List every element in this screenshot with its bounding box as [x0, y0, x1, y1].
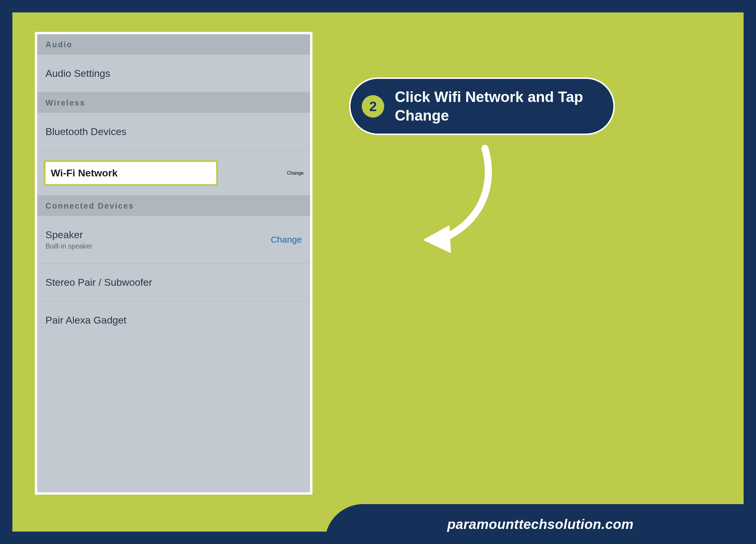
- row-title: Speaker: [45, 229, 92, 240]
- step-badge: 2: [362, 95, 384, 118]
- row-bluetooth-devices[interactable]: Bluetooth Devices: [37, 113, 310, 151]
- settings-panel: Audio Audio Settings Wireless Bluetooth …: [35, 32, 312, 495]
- wifi-network-highlight: Wi-Fi Network: [44, 160, 218, 186]
- arrow-icon: [405, 142, 511, 260]
- row-speaker[interactable]: Speaker Built-in speaker Change: [37, 216, 310, 263]
- instruction-callout: 2 Click Wifi Network and Tap Change: [349, 77, 615, 135]
- row-title: Audio Settings: [45, 68, 110, 79]
- section-header-wireless: Wireless: [37, 92, 310, 113]
- row-stereo-pair[interactable]: Stereo Pair / Subwoofer: [37, 263, 310, 302]
- row-pair-alexa-gadget[interactable]: Pair Alexa Gadget: [37, 302, 310, 339]
- row-title: Pair Alexa Gadget: [45, 315, 126, 326]
- change-link-wifi[interactable]: Change: [287, 170, 304, 176]
- footer-text: paramounttechsolution.com: [447, 516, 634, 532]
- inner-canvas: Audio Audio Settings Wireless Bluetooth …: [12, 12, 744, 532]
- callout-text: Click Wifi Network and Tap Change: [395, 88, 599, 125]
- row-title: Bluetooth Devices: [45, 126, 126, 137]
- change-link-speaker[interactable]: Change: [271, 234, 302, 245]
- row-title: Stereo Pair / Subwoofer: [45, 277, 152, 288]
- row-wifi-network[interactable]: Wi-Fi Network Change: [37, 151, 310, 195]
- outer-frame: Audio Audio Settings Wireless Bluetooth …: [0, 0, 756, 544]
- row-subtitle: Built-in speaker: [45, 242, 92, 250]
- footer-ribbon: paramounttechsolution.com: [325, 504, 756, 544]
- row-audio-settings[interactable]: Audio Settings: [37, 55, 310, 92]
- section-header-audio: Audio: [37, 34, 310, 55]
- svg-marker-0: [423, 225, 451, 253]
- section-header-connected: Connected Devices: [37, 195, 310, 216]
